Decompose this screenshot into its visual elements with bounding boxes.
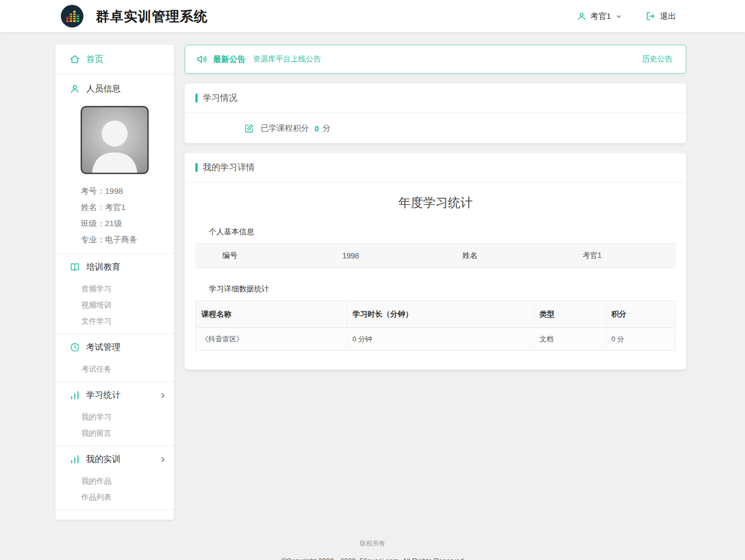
book-icon — [69, 262, 80, 272]
chevron-down-icon — [616, 13, 622, 19]
sidebar-item-audio-study[interactable]: 音频学习 — [81, 281, 174, 297]
profile-field-major: 专业：电子商务 — [81, 232, 174, 248]
basic-name-value: 考官1 — [556, 251, 676, 261]
header-actions: 考官1 退出 — [577, 11, 676, 22]
sidebar-item-profile[interactable]: 人员信息 — [55, 74, 174, 103]
bar-chart-icon — [69, 454, 80, 465]
clock-icon — [69, 342, 80, 353]
cell-duration: 0 分钟 — [347, 328, 533, 351]
sidebar-section-home: 首页 — [55, 45, 174, 74]
notice-history-link[interactable]: 历史公告 — [642, 54, 672, 64]
study-detail-body: 年度学习统计 个人基本信息 编号 1998 姓名 考官1 学习详细数据统计 课程… — [185, 183, 686, 369]
practice-submenu: 我的作品 作品列表 — [55, 473, 174, 509]
section-marker — [195, 163, 198, 172]
basic-info-row: 编号 1998 姓名 考官1 — [195, 243, 676, 268]
user-name: 考官1 — [591, 11, 611, 22]
study-detail-card: 我的学习详情 年度学习统计 个人基本信息 编号 1998 姓名 考官1 学习详细… — [185, 153, 686, 369]
sidebar-section-stats: 学习统计 我的学习 我的留言 — [55, 382, 174, 446]
logout-icon — [645, 11, 656, 22]
sidebar: 首页 人员信息 — [55, 45, 174, 520]
score-label: 已学课程积分 — [261, 123, 309, 134]
basic-name-label: 姓名 — [435, 251, 556, 261]
chevron-right-icon — [159, 456, 166, 463]
app-logo-icon — [60, 4, 84, 28]
profile-fields: 考号：1998 姓名：考官1 班级：21级 专业：电子商务 — [55, 183, 174, 253]
sidebar-item-stats-label: 学习统计 — [86, 390, 121, 401]
study-data-table: 课程名称 学习时长（分钟） 类型 积分 《抖音雷区》 0 分钟 文档 0 分 — [195, 300, 676, 351]
sidebar-section-profile: 人员信息 — [55, 74, 174, 254]
annual-stats-heading: 年度学习统计 — [195, 194, 676, 211]
notice-bar: 最新公告 资源库平台上线公告 历史公告 — [185, 45, 686, 74]
basic-info-label: 个人基本信息 — [209, 227, 676, 237]
sidebar-item-file-study[interactable]: 文件学习 — [81, 313, 174, 329]
study-status-body: 已学课程积分 0 分 — [185, 113, 686, 143]
sidebar-item-my-works[interactable]: 我的作品 — [81, 473, 174, 489]
col-type: 类型 — [534, 301, 606, 328]
sidebar-item-profile-label: 人员信息 — [86, 83, 121, 95]
user-menu[interactable]: 考官1 — [577, 11, 622, 22]
sidebar-item-exam-label: 考试管理 — [86, 342, 121, 353]
study-status-title: 学习情况 — [203, 93, 237, 104]
col-duration: 学习时长（分钟） — [347, 301, 533, 328]
sidebar-item-video-training[interactable]: 视频培训 — [81, 297, 174, 313]
sidebar-section-training: 培训教育 音频学习 视频培训 文件学习 — [55, 254, 174, 334]
stats-data-label: 学习详细数据统计 — [209, 284, 676, 294]
user-icon — [577, 11, 587, 22]
person-icon — [69, 83, 80, 94]
sidebar-item-exam-task[interactable]: 考试任务 — [81, 361, 174, 377]
speaker-icon — [196, 53, 208, 65]
cell-type: 文档 — [534, 328, 606, 351]
basic-id-label: 编号 — [195, 251, 315, 261]
study-status-card: 学习情况 已学课程积分 0 分 — [185, 83, 686, 143]
header: 群卓实训管理系统 考官1 退出 — [0, 0, 745, 32]
profile-field-exam-no: 考号：1998 — [81, 183, 174, 199]
home-icon — [69, 54, 80, 65]
sidebar-item-my-study[interactable]: 我的学习 — [81, 409, 174, 425]
table-header-row: 课程名称 学习时长（分钟） 类型 积分 — [196, 301, 676, 328]
app-title: 群卓实训管理系统 — [96, 8, 208, 25]
sidebar-item-stats[interactable]: 学习统计 — [55, 382, 174, 409]
profile-field-name: 姓名：考官1 — [81, 199, 174, 215]
logout-label: 退出 — [660, 11, 676, 22]
basic-id-value: 1998 — [315, 251, 435, 260]
notice-latest-label: 最新公告 — [213, 54, 245, 65]
score-unit: 分 — [322, 123, 331, 134]
bar-chart-icon — [69, 390, 80, 401]
study-status-header: 学习情况 — [185, 83, 686, 113]
main-content: 最新公告 资源库平台上线公告 历史公告 学习情况 已学课程积分 0 分 — [185, 45, 686, 369]
footer-copyright: ©Copyright 2009 - 2020. 56sucai.com. All… — [0, 557, 745, 560]
edit-icon — [244, 123, 254, 134]
sidebar-item-home[interactable]: 首页 — [55, 45, 174, 74]
sidebar-item-home-label: 首页 — [86, 54, 103, 65]
score-value: 0 — [314, 124, 319, 133]
page-body: 首页 人员信息 — [0, 32, 745, 520]
table-row: 《抖音雷区》 0 分钟 文档 0 分 — [196, 328, 676, 351]
sidebar-item-training-label: 培训教育 — [86, 262, 121, 273]
sidebar-section-practice: 我的实训 我的作品 作品列表 — [55, 446, 174, 510]
study-detail-title: 我的学习详情 — [203, 162, 255, 173]
notice-link[interactable]: 资源库平台上线公告 — [253, 54, 321, 64]
logout-button[interactable]: 退出 — [645, 11, 676, 22]
footer: 版权所有 ©Copyright 2009 - 2020. 56sucai.com… — [0, 520, 745, 560]
sidebar-item-training[interactable]: 培训教育 — [55, 254, 174, 281]
sidebar-item-works-list[interactable]: 作品列表 — [81, 489, 174, 505]
sidebar-section-exam: 考试管理 考试任务 — [55, 334, 174, 382]
col-course-name: 课程名称 — [196, 301, 347, 328]
cell-course-name: 《抖音雷区》 — [196, 328, 347, 351]
footer-rights: 版权所有 — [0, 539, 745, 548]
cell-score: 0 分 — [606, 328, 675, 351]
exam-submenu: 考试任务 — [55, 361, 174, 381]
chevron-right-icon — [159, 392, 166, 399]
sidebar-item-practice[interactable]: 我的实训 — [55, 446, 174, 473]
training-submenu: 音频学习 视频培训 文件学习 — [55, 281, 174, 333]
stats-submenu: 我的学习 我的留言 — [55, 409, 174, 445]
sidebar-item-my-messages[interactable]: 我的留言 — [81, 425, 174, 441]
col-score: 积分 — [606, 301, 675, 328]
sidebar-item-exam[interactable]: 考试管理 — [55, 334, 174, 361]
profile-field-class: 班级：21级 — [81, 215, 174, 232]
avatar — [80, 106, 149, 177]
study-detail-header: 我的学习详情 — [185, 153, 686, 183]
sidebar-item-practice-label: 我的实训 — [86, 454, 121, 465]
section-marker — [195, 94, 198, 102]
